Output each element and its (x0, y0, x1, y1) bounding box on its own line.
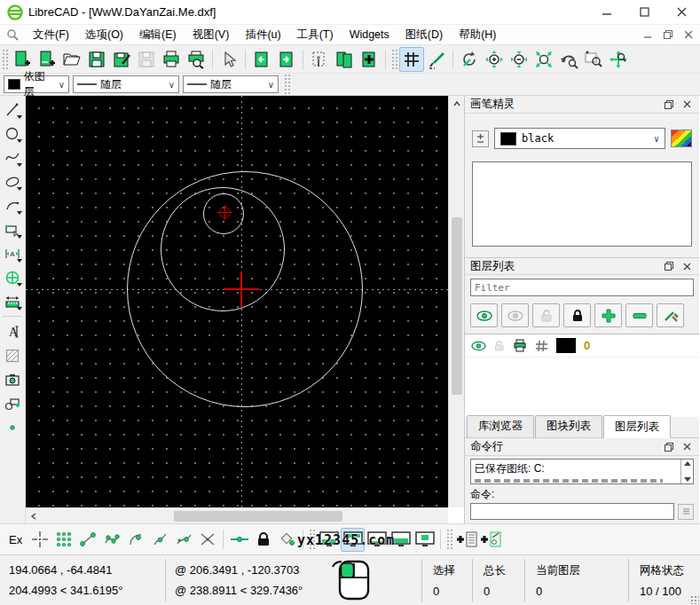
history-scrollbar[interactable] (680, 460, 693, 483)
save-all-button[interactable] (134, 47, 159, 72)
dock-area-left-toggle[interactable] (317, 528, 341, 552)
menu-item-plugins[interactable]: 插件(u) (237, 26, 288, 44)
show-all-layers-button[interactable] (470, 303, 498, 327)
auto-zoom-button[interactable] (531, 47, 556, 72)
dock-close-button[interactable] (680, 441, 694, 453)
zoom-in-button[interactable] (482, 47, 507, 72)
snap-free-button[interactable] (28, 528, 51, 552)
image-tool-button[interactable] (1, 367, 24, 391)
undo-button[interactable] (249, 47, 274, 72)
snap-grid-button[interactable] (51, 528, 75, 552)
hatch-tool-button[interactable] (1, 343, 24, 367)
menu-item-help[interactable]: 帮助(H) (451, 26, 504, 44)
snap-middle-button[interactable] (147, 528, 171, 552)
edit-layer-button[interactable] (657, 303, 684, 327)
mdi-close-button[interactable] (680, 28, 697, 42)
pen-linewidth-select[interactable]: 随层 ∨ (183, 75, 279, 93)
menu-item-tools[interactable]: 工具(T) (289, 26, 342, 44)
window-minimize-button[interactable] (588, 0, 625, 24)
cut-button[interactable] (307, 47, 332, 72)
pen-color-select[interactable]: 依图层 ∨ (4, 75, 69, 93)
lock-all-layers-button[interactable] (563, 303, 591, 327)
scroll-up-button[interactable] (449, 96, 464, 111)
layer-visible-eye-icon[interactable] (471, 341, 486, 351)
canvas-vertical-scrollbar[interactable] (448, 96, 464, 507)
menu-item-view[interactable]: 视图(V) (185, 26, 238, 44)
new-from-template-button[interactable] (35, 47, 59, 72)
pen-toggle-button[interactable] (472, 130, 489, 147)
mdi-minimize-button[interactable] (639, 28, 657, 42)
toolbar-grip[interactable] (391, 49, 397, 70)
point-tool-button[interactable] (1, 415, 24, 439)
scrollbar-thumb[interactable] (452, 217, 462, 395)
window-maximize-button[interactable] (625, 0, 663, 24)
redo-button[interactable] (274, 47, 299, 72)
command-options-button[interactable] (678, 504, 694, 520)
spline-tool-button[interactable] (1, 145, 24, 169)
zoom-out-button[interactable] (507, 47, 531, 72)
ellipse-tool-button[interactable] (1, 169, 24, 193)
tab-block-list[interactable]: 图块列表 (535, 415, 602, 437)
exclusive-snap-label[interactable]: Ex (0, 533, 28, 546)
line-tool-button[interactable] (1, 98, 24, 122)
layer-lock-icon[interactable] (494, 340, 505, 352)
window-close-button[interactable] (663, 0, 700, 24)
drawing-canvas[interactable] (26, 96, 448, 507)
mdi-restore-button[interactable] (659, 28, 677, 42)
menu-item-widgets[interactable]: Widgets (342, 27, 397, 43)
measure-tool-button[interactable] (1, 289, 24, 313)
layer-print-icon[interactable] (513, 339, 527, 352)
snap-distance-button[interactable] (171, 528, 195, 552)
new-file-button[interactable] (10, 47, 35, 72)
pan-button[interactable] (606, 47, 631, 72)
save-button[interactable] (84, 47, 109, 72)
dock-area-floating-toggle[interactable] (413, 528, 437, 552)
print-button[interactable] (159, 47, 184, 72)
menu-item-edit[interactable]: 编辑(E) (131, 26, 185, 44)
snap-center-button[interactable] (123, 528, 147, 552)
toolbar-grip[interactable] (446, 529, 452, 550)
unlock-all-layers-button[interactable] (532, 303, 560, 327)
dock-float-button[interactable] (662, 98, 676, 111)
command-input[interactable] (470, 503, 674, 520)
restrict-horizontal-button[interactable] (227, 528, 251, 552)
dock-float-button[interactable] (662, 441, 676, 453)
layer-color-swatch[interactable] (556, 338, 576, 353)
dock-float-button[interactable] (662, 260, 676, 272)
polyline-tool-button[interactable] (1, 217, 24, 241)
pen-linetype-select[interactable]: 随层 ∨ (73, 75, 179, 93)
circle-tool-button[interactable] (1, 122, 24, 145)
color-palette-button[interactable] (671, 130, 692, 147)
redraw-button[interactable] (457, 47, 482, 72)
resize-grip[interactable] (690, 595, 699, 604)
layer-filter-input[interactable] (470, 279, 694, 296)
dock-area-top-toggle[interactable] (365, 528, 389, 552)
draft-mode-button[interactable] (424, 47, 449, 72)
layer-row[interactable]: 0 (465, 334, 699, 358)
layer-construction-icon[interactable] (535, 340, 548, 352)
command-history[interactable]: 已保存图纸: C: (470, 459, 694, 484)
copy-button[interactable] (332, 47, 357, 72)
toolbar-grip[interactable] (2, 49, 8, 70)
scroll-down-icon[interactable] (684, 477, 691, 482)
add-layer-button[interactable] (594, 303, 622, 327)
zoom-window-button[interactable] (581, 47, 606, 72)
print-preview-button[interactable] (184, 47, 208, 72)
dimension-tool-button[interactable]: A (1, 241, 24, 265)
open-file-button[interactable] (59, 47, 84, 72)
modify-tool-button[interactable] (1, 265, 24, 289)
scroll-left-button[interactable] (26, 508, 41, 523)
hide-all-layers-button[interactable] (501, 303, 529, 327)
menu-item-options[interactable]: 选项(O) (77, 26, 131, 44)
set-relative-zero-button[interactable] (275, 528, 299, 552)
curve-tool-button[interactable] (1, 193, 24, 217)
text-tool-button[interactable]: A (1, 319, 24, 343)
scrollbar-thumb[interactable] (174, 511, 342, 522)
grid-toggle-button[interactable] (399, 47, 424, 72)
scroll-up-icon[interactable] (684, 461, 691, 466)
dock-close-button[interactable] (680, 98, 694, 111)
dock-area-bottom-toggle[interactable] (389, 528, 413, 552)
dock-close-button[interactable] (680, 260, 694, 272)
tab-layer-list[interactable]: 图层列表 (603, 415, 671, 438)
paste-button[interactable] (357, 47, 381, 72)
